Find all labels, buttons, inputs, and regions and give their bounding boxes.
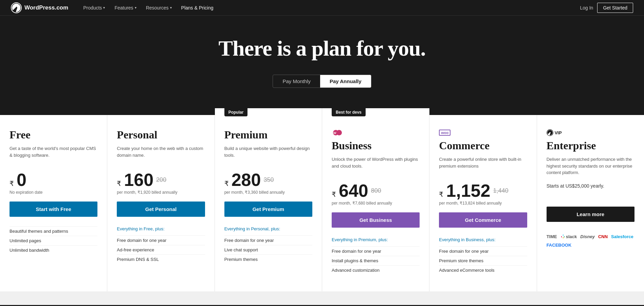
slack-icon: slack: [560, 234, 577, 239]
hero-section: There is a plan for you. Pay Monthly Pay…: [0, 16, 644, 115]
brand-cnn: CNN: [598, 234, 608, 239]
feature-item: Unlimited bandwidth: [10, 245, 97, 255]
brand-salesforce: Salesforce: [611, 234, 633, 239]
price-amount: 280: [232, 171, 261, 189]
plan-free: Free Get a taste of the world's most pop…: [0, 115, 107, 291]
price-currency: ₹: [332, 190, 336, 198]
price-amount: 160: [124, 171, 153, 189]
logo-text: WordPress.com: [24, 4, 68, 11]
wp-icon: W: [332, 129, 420, 137]
feature-item: Ad-free experience: [117, 245, 205, 254]
pay-monthly-button[interactable]: Pay Monthly: [273, 75, 320, 88]
features-header: Everything in Personal, plus:: [224, 226, 312, 231]
price-amount: 640: [339, 182, 368, 199]
features-header: Everything in Premium, plus:: [332, 237, 420, 242]
feature-item: Live chat support: [224, 245, 312, 254]
logo[interactable]: WordPress.com: [11, 2, 68, 13]
price-note: No expiration date: [10, 190, 97, 195]
plan-personal-price: ₹ 160 200: [117, 171, 205, 189]
price-note: per month, ₹3,360 billed annually: [224, 190, 312, 195]
feature-item: Free domain for one year: [332, 246, 420, 256]
feature-item: Free domain for one year: [224, 235, 312, 245]
chevron-down-icon: ▾: [135, 6, 136, 9]
plan-business-name: Business: [332, 139, 420, 152]
features-header: Everything in Free, plus:: [117, 226, 205, 231]
nav-plans-pricing[interactable]: Plans & Pricing: [177, 0, 218, 16]
plan-commerce: woo Commerce Create a powerful online st…: [429, 115, 537, 291]
enterprise-brands: TIME slack Disney CNN Salesforce FACEBOO…: [547, 234, 634, 248]
svg-rect-5: [564, 236, 565, 237]
plan-commerce-desc: Create a powerful online store with buil…: [439, 156, 527, 175]
plan-enterprise-desc: Deliver an unmatched performance with th…: [547, 156, 634, 176]
billing-toggle: Pay Monthly Pay Annually: [273, 75, 371, 88]
plan-premium: Popular Premium Build a unique website w…: [215, 108, 322, 291]
plan-commerce-name: Commerce: [439, 139, 527, 152]
plan-premium-price: ₹ 280 350: [224, 171, 312, 189]
feature-item: Free domain for one year: [439, 246, 527, 256]
plans-section: Free Get a taste of the world's most pop…: [0, 115, 644, 305]
plan-free-price: ₹ 0: [10, 171, 97, 189]
price-note: per month, ₹7,680 billed annually: [332, 201, 420, 206]
feature-item: Premium DNS & SSL: [117, 254, 205, 264]
plan-enterprise: VIP Enterprise Deliver an unmatched perf…: [537, 115, 644, 291]
enterprise-price-note: Starts at US$25,000 yearly.: [547, 183, 634, 189]
hero-heading: There is a plan for you.: [7, 36, 637, 61]
nav-features[interactable]: Features ▾: [110, 0, 140, 16]
brand-time: TIME: [547, 234, 557, 239]
plan-commerce-price: ₹ 1,152 1,440: [439, 182, 527, 199]
feature-item: Unlimited pages: [10, 236, 97, 245]
best-for-devs-badge: Best for devs: [332, 108, 366, 116]
feature-item: Beautiful themes and patterns: [10, 226, 97, 236]
price-note: per month, ₹13,824 billed annually: [439, 201, 527, 206]
login-link[interactable]: Log In: [580, 5, 593, 11]
plan-personal: Personal Create your home on the web wit…: [107, 115, 215, 291]
svg-rect-6: [563, 237, 564, 238]
start-with-free-button[interactable]: Start with Free: [10, 202, 97, 217]
popular-badge: Popular: [224, 108, 248, 116]
nav-resources[interactable]: Resources ▾: [142, 0, 176, 16]
svg-text:W: W: [333, 131, 336, 135]
plan-business-desc: Unlock the power of WordPress with plugi…: [332, 156, 420, 175]
price-currency: ₹: [439, 190, 443, 198]
get-premium-button[interactable]: Get Premium: [224, 202, 312, 217]
get-commerce-button[interactable]: Get Commerce: [439, 212, 527, 228]
get-started-button[interactable]: Get Started: [597, 3, 633, 13]
price-amount: 0: [17, 171, 26, 189]
woo-icon: woo: [439, 129, 527, 137]
plan-personal-desc: Create your home on the web with a custo…: [117, 145, 205, 164]
feature-item: Advanced customization: [332, 265, 420, 275]
get-business-button[interactable]: Get Business: [332, 212, 420, 228]
vip-icon: VIP: [547, 129, 634, 137]
price-original: 800: [371, 187, 381, 194]
get-personal-button[interactable]: Get Personal: [117, 202, 205, 217]
plans-container: Free Get a taste of the world's most pop…: [0, 115, 644, 291]
price-original: 200: [156, 176, 166, 184]
svg-rect-3: [561, 236, 562, 237]
svg-rect-4: [563, 235, 564, 235]
learn-more-button[interactable]: Learn more: [547, 207, 634, 222]
chevron-down-icon: ▾: [170, 6, 172, 9]
plan-free-desc: Get a taste of the world's most popular …: [10, 145, 97, 164]
feature-item: Free domain for one year: [117, 235, 205, 245]
feature-item: Premium store themes: [439, 256, 527, 265]
chevron-down-icon: ▾: [103, 6, 105, 9]
brand-disney: Disney: [580, 234, 595, 239]
price-currency: ₹: [10, 179, 14, 188]
nav-links: Products ▾ Features ▾ Resources ▾ Plans …: [79, 0, 580, 16]
price-original: 1,440: [493, 187, 508, 194]
plan-premium-desc: Build a unique website with powerful des…: [224, 145, 312, 164]
brand-facebook: FACEBOOK: [547, 243, 572, 248]
price-currency: ₹: [117, 179, 121, 188]
plan-free-name: Free: [10, 129, 97, 141]
nav-products[interactable]: Products ▾: [79, 0, 109, 16]
plan-business-price: ₹ 640 800: [332, 182, 420, 199]
feature-item: Install plugins & themes: [332, 256, 420, 265]
feature-item: Premium themes: [224, 254, 312, 264]
plan-business: Best for devs W Business Unlock the powe…: [322, 108, 429, 291]
plan-enterprise-name: Enterprise: [547, 139, 634, 152]
feature-item: Advanced eCommerce tools: [439, 265, 527, 275]
price-currency: ₹: [224, 179, 229, 188]
features-header: Everything in Business, plus:: [439, 237, 527, 242]
pay-annually-button[interactable]: Pay Annually: [320, 75, 371, 88]
plan-personal-name: Personal: [117, 129, 205, 141]
